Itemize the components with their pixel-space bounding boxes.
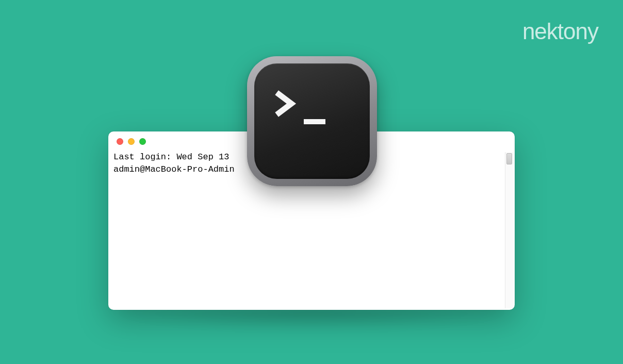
terminal-line-2: admin@MacBook-Pro-Admin <box>113 164 235 174</box>
scroll-thumb[interactable] <box>506 153 512 164</box>
close-button[interactable] <box>117 138 123 145</box>
terminal-app-icon <box>240 49 384 193</box>
app-icon-screen <box>254 63 370 179</box>
terminal-line-1: Last login: Wed Sep 13 <box>113 152 229 162</box>
minimize-button[interactable] <box>128 138 135 145</box>
scrollbar[interactable] <box>505 152 513 308</box>
maximize-button[interactable] <box>139 138 146 145</box>
prompt-chevron-icon <box>274 89 303 118</box>
prompt-cursor-icon <box>304 119 325 124</box>
brand-logo: nektony <box>522 19 598 44</box>
window-shadow <box>108 309 515 330</box>
app-icon-frame <box>247 56 377 186</box>
